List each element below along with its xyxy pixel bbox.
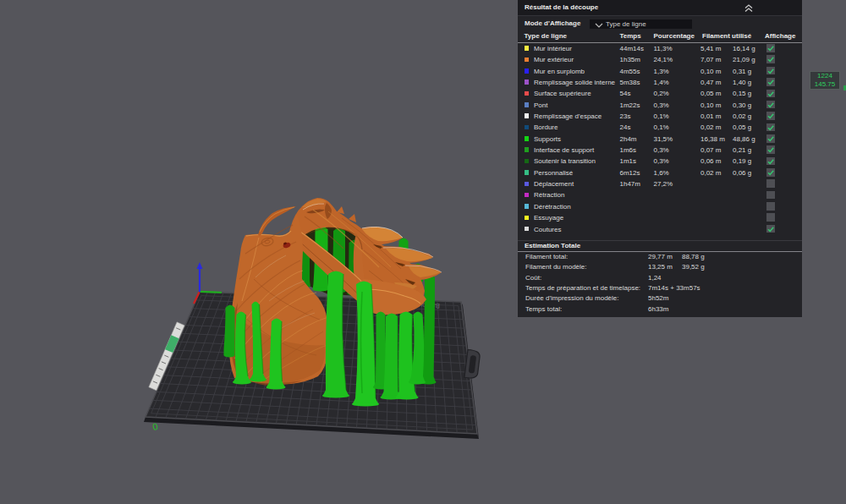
svg-text:0: 0 <box>151 421 158 432</box>
